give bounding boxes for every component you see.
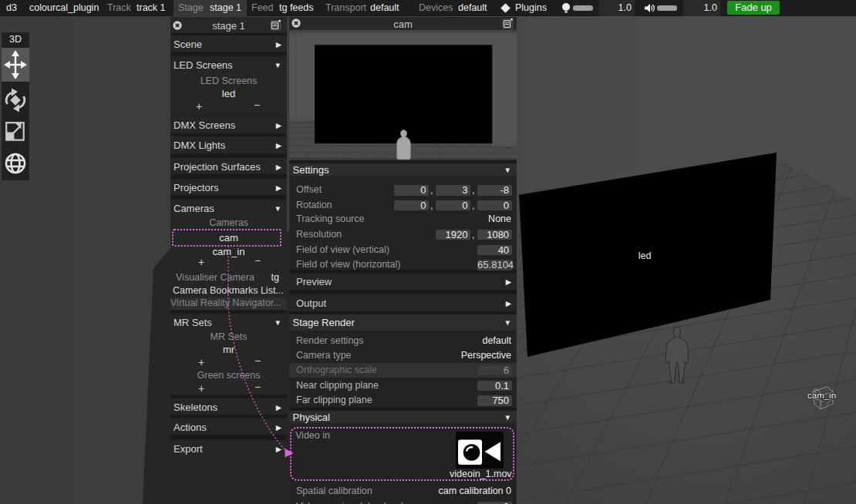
- svg-text:cam_in: cam_in: [807, 391, 836, 400]
- svg-text:led: led: [639, 250, 652, 261]
